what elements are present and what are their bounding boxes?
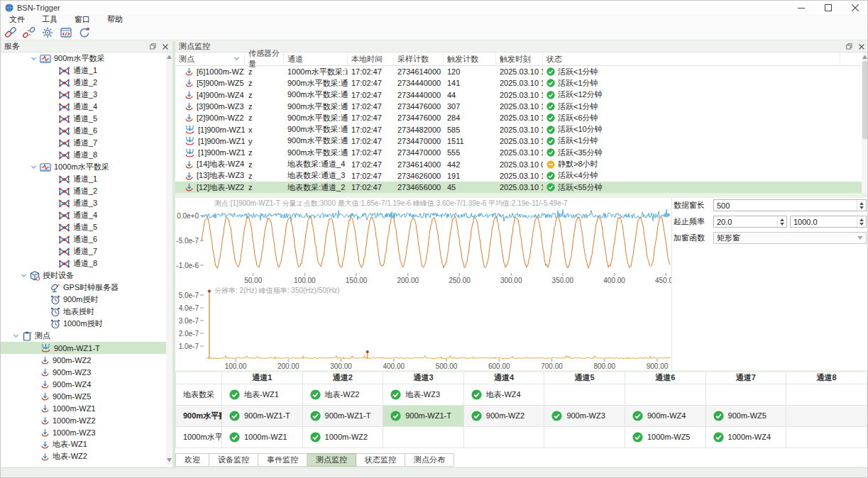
- maximize-button[interactable]: [815, 1, 842, 14]
- table-row-[14]地表-WZ4-z[interactable]: [14]地表-WZ4z地表数采:通道_417:02:47273461400044…: [175, 158, 862, 169]
- disconnect-button[interactable]: [21, 26, 38, 40]
- tree-item-测点[interactable]: 测点: [1, 330, 172, 342]
- grid-cell-1000m-WZ1[interactable]: 1000m-WZ1: [222, 426, 303, 448]
- refresh-button[interactable]: [76, 26, 93, 40]
- tree-item-通道_4[interactable]: 通道_4: [1, 101, 172, 113]
- close-button[interactable]: [842, 1, 868, 14]
- tree-item-1000m-WZ1[interactable]: 1000m-WZ1: [1, 402, 172, 414]
- spin-up-icon[interactable]: [859, 218, 864, 221]
- tree-item-授时设备[interactable]: 授时设备: [1, 269, 172, 282]
- tab-状态监控[interactable]: 状态监控: [356, 453, 405, 467]
- scroll-down-icon[interactable]: [167, 458, 172, 463]
- column-header-0[interactable]: 测点: [175, 52, 245, 65]
- column-header-6[interactable]: 触发时刻: [496, 52, 543, 65]
- tree-item-通道_6[interactable]: 通道_6: [1, 125, 172, 137]
- spin-down-icon[interactable]: [780, 223, 784, 226]
- menu-item-0[interactable]: 文件: [1, 14, 33, 25]
- tree-item-1000m授时[interactable]: 1000m授时: [1, 318, 172, 330]
- grid-cell-地表-WZ2[interactable]: 地表-WZ2: [302, 384, 383, 405]
- spin-input-0-0[interactable]: 500: [713, 199, 867, 211]
- tree-item-900m水平数采[interactable]: 900m水平数采: [1, 52, 172, 65]
- table-scrollbar[interactable]: [862, 52, 868, 193]
- table-row-[12]地表-WZ2-z[interactable]: [12]地表-WZ2z地表数采:通道_217:02:47273465600045…: [175, 182, 862, 193]
- tree-item-通道_3[interactable]: 通道_3: [1, 89, 172, 101]
- tree-item-900m授时[interactable]: 900m授时: [1, 294, 172, 306]
- menu-item-3[interactable]: 帮助: [99, 14, 131, 25]
- tree-item-地表-WZ1[interactable]: 地表-WZ1: [1, 438, 172, 450]
- table-row-[4]900m-WZ4-z[interactable]: [4]900m-WZ4z900m水平数采:通道_617:02:472734440…: [175, 89, 862, 101]
- tree-item-900m-WZ3[interactable]: 900m-WZ3: [1, 366, 172, 378]
- table-row-[3]900m-WZ3-z[interactable]: [3]900m-WZ3z900m水平数采:通道_517:02:472734476…: [175, 101, 862, 112]
- grid-cell-地表-WZ1[interactable]: 地表-WZ1: [222, 384, 303, 405]
- spin-up-icon[interactable]: [780, 218, 784, 221]
- grid-cell-地表-WZ4[interactable]: 地表-WZ4: [463, 384, 544, 405]
- tree-item-通道_8[interactable]: 通道_8: [1, 149, 172, 161]
- spin-down-icon[interactable]: [859, 223, 864, 226]
- tab-设备监控[interactable]: 设备监控: [209, 453, 258, 467]
- spin-input-1-0[interactable]: 20.0: [713, 216, 787, 228]
- tree-item-地表-WZ2[interactable]: 地表-WZ2: [1, 450, 172, 462]
- table-row-[5]900m-WZ5-z[interactable]: [5]900m-WZ5z900m水平数采:通道_717:02:472734440…: [175, 77, 862, 89]
- column-header-3[interactable]: 本地时间: [348, 52, 394, 65]
- scroll-up-icon[interactable]: [862, 54, 867, 59]
- tree-item-通道_7[interactable]: 通道_7: [1, 245, 172, 257]
- close-panel-icon[interactable]: [857, 42, 867, 51]
- tree-item-通道_7[interactable]: 通道_7: [1, 137, 172, 149]
- spin-down-icon[interactable]: [859, 206, 864, 209]
- float-panel-icon[interactable]: [844, 42, 854, 51]
- column-header-7[interactable]: 状态: [543, 52, 840, 65]
- tree-item-通道_6[interactable]: 通道_6: [1, 233, 172, 245]
- tree-item-通道_3[interactable]: 通道_3: [1, 197, 172, 209]
- tree-item-900m-WZ2[interactable]: 900m-WZ2: [1, 354, 172, 366]
- grid-cell-地表-WZ3[interactable]: 地表-WZ3: [383, 384, 464, 405]
- grid-cell-1000m-WZ5[interactable]: 1000m-WZ5: [625, 426, 705, 448]
- grid-cell-900m-WZ2[interactable]: 900m-WZ2: [463, 405, 544, 426]
- grid-cell-900m-WZ1-T[interactable]: 900m-WZ1-T: [302, 405, 383, 426]
- dropdown-icon[interactable]: [857, 236, 863, 240]
- tree-item-1000m-WZ3[interactable]: 1000m-WZ3: [1, 426, 172, 438]
- grid-cell-1000m-WZ4[interactable]: 1000m-WZ4: [705, 426, 786, 448]
- tree-item-通道_8[interactable]: 通道_8: [1, 257, 172, 269]
- dock-splitter-horizontal[interactable]: [175, 193, 868, 198]
- tree-item-地表授时[interactable]: 地表授时: [1, 306, 172, 318]
- table-row-[13]地表-WZ3-z[interactable]: [13]地表-WZ3z地表数采:通道_317:02:47273462600019…: [175, 170, 862, 182]
- tree-item-通道_1[interactable]: 通道_1: [1, 65, 172, 77]
- tab-欢迎[interactable]: 欢迎: [175, 453, 209, 467]
- column-header-5[interactable]: 触发计数: [444, 52, 496, 65]
- tree-scrollbar[interactable]: [166, 52, 172, 465]
- grid-cell-900m-WZ1-T[interactable]: 900m-WZ1-T: [222, 405, 303, 426]
- spin-up-icon[interactable]: [859, 202, 864, 205]
- grid-cell-1000m-WZ2[interactable]: 1000m-WZ2: [302, 426, 383, 448]
- settings-button[interactable]: [39, 26, 56, 40]
- tree-item-900m-WZ5[interactable]: 900m-WZ5: [1, 390, 172, 402]
- minimize-button[interactable]: [788, 1, 815, 14]
- tab-事件监控[interactable]: 事件监控: [258, 453, 307, 467]
- tree-item-900m-WZ1-T[interactable]: 900m-WZ1-T: [1, 342, 172, 354]
- table-row-[2]900m-WZ2-z[interactable]: [2]900m-WZ2z900m水平数采:通道_417:02:472734476…: [175, 112, 862, 123]
- tree-item-通道_2[interactable]: 通道_2: [1, 77, 172, 89]
- grid-cell-900m-WZ3[interactable]: 900m-WZ3: [544, 405, 625, 426]
- window-function-select[interactable]: 矩形窗: [713, 232, 867, 244]
- console-button[interactable]: [57, 26, 75, 40]
- tab-测点监控[interactable]: 测点监控: [307, 453, 356, 467]
- tree-item-1000m-WZ2[interactable]: 1000m-WZ2: [1, 414, 172, 426]
- spin-input-1-1[interactable]: 1000.0: [790, 216, 867, 228]
- tree-item-通道_5[interactable]: 通道_5: [1, 221, 172, 233]
- menu-item-1[interactable]: 工具: [33, 14, 66, 25]
- scroll-up-icon[interactable]: [167, 54, 172, 59]
- column-header-2[interactable]: 通道: [284, 52, 348, 65]
- tree-item-GPS时钟服务器[interactable]: GPS时钟服务器: [1, 282, 172, 294]
- connect-button[interactable]: [2, 26, 19, 40]
- grid-cell-900m-WZ4[interactable]: 900m-WZ4: [625, 405, 705, 426]
- float-panel-icon[interactable]: [148, 42, 158, 51]
- tree-item-通道_2[interactable]: 通道_2: [1, 185, 172, 197]
- table-row-[1]900m-WZ1-T-x[interactable]: [1]900m-WZ1-Tx900m水平数采:通道_117:02:4727344…: [175, 123, 862, 135]
- sort-dropdown[interactable]: [234, 55, 240, 63]
- column-header-1[interactable]: 传感器分量: [245, 52, 284, 65]
- grid-cell-900m-WZ1-T[interactable]: 900m-WZ1-T: [383, 405, 464, 426]
- tree-item-1000m水平数采[interactable]: 1000m水平数采: [1, 161, 172, 173]
- table-row-[6]1000m-WZ1-z[interactable]: [6]1000m-WZ1z1000m水平数采:通道_117:02:4727346…: [175, 66, 862, 77]
- scrollbar-thumb[interactable]: [862, 61, 868, 139]
- tree-item-通道_4[interactable]: 通道_4: [1, 209, 172, 221]
- menu-item-2[interactable]: 窗口: [66, 14, 99, 25]
